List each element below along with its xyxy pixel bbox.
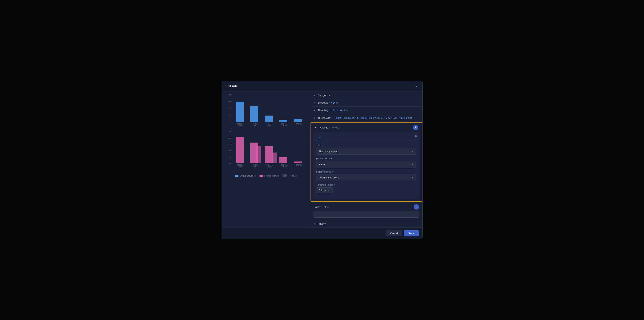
schedule-row[interactable]: ► Schedule * = 15m (310, 99, 422, 107)
svg-rect-22 (272, 152, 276, 163)
throttling-label: Throttling * (318, 109, 330, 112)
modal-title: Edit rule (226, 85, 238, 88)
actions-header-left: ▼ Actions * = rest (314, 126, 338, 129)
actions-header[interactable]: ▼ Actions * = rest + (311, 122, 422, 132)
actions-value: = rest (332, 126, 338, 129)
svg-rect-24 (294, 162, 302, 163)
pink-x-label-1: 172.16....443 (237, 164, 244, 168)
instance-name-chevron: ▼ (412, 176, 414, 179)
pink-y-label-1800: 1800 (225, 131, 232, 133)
legend-blue: Unique Server IPs (235, 175, 256, 177)
type-select-value: Third party system (319, 150, 339, 153)
action-tab-rest[interactable]: rest (316, 135, 322, 141)
pink-chart-container: 1800 1500 1200 900 600 300 0 (225, 132, 307, 170)
blue-y-label-300: 300 (225, 107, 232, 109)
legend-all-badge[interactable]: All (282, 174, 288, 177)
action-tab-bar: rest (316, 135, 416, 141)
legend-pink-dot (260, 175, 263, 177)
blue-x-label-4: 172.16....4500 (281, 123, 288, 127)
blue-x-label-2: 172.16....80 (252, 123, 259, 127)
legend-pink-label: Count Sessions (264, 175, 279, 177)
instance-name-group: Instance name * external rest client ▼ (316, 171, 416, 181)
pink-chart-area: 1800 1500 1200 900 600 300 0 (225, 132, 307, 170)
custom-fields-label: Custom fields (314, 206, 328, 209)
pink-x-label-4: 172.16....4500 (281, 164, 288, 168)
instance-name-select[interactable]: external rest client ▼ (316, 174, 416, 181)
svg-rect-7 (250, 106, 258, 122)
add-custom-field-button[interactable]: + (414, 204, 419, 210)
blue-y-label-0: 0 (225, 128, 232, 130)
pink-chart-svg (233, 132, 307, 163)
legend-blue-dot (235, 175, 238, 177)
throttling-chevron: ► (314, 109, 316, 112)
save-button[interactable]: Save (404, 230, 418, 236)
type-select[interactable]: Third party system ▼ (316, 148, 416, 155)
throttling-row[interactable]: ► Throttling * = 1 minutes for (310, 107, 422, 114)
threshold-levels-group: Threshold levels * Critical ▼ (316, 184, 416, 193)
privacy-row[interactable]: ► Privacy (310, 220, 422, 228)
privacy-label: Privacy (318, 222, 326, 225)
blue-x-labels: 172.16....443 172.16....80 172.16....808… (233, 123, 307, 127)
blue-chart-svg (233, 94, 307, 122)
type-group: Type * Third party system ▼ (316, 144, 416, 155)
categories-label: Categories (318, 94, 330, 97)
thresholds-label: Thresholds * (318, 116, 332, 119)
pink-y-label-300: 300 (225, 162, 232, 164)
blue-x-label-1: 172.16....443 (237, 123, 244, 127)
privacy-chevron: ► (314, 223, 316, 225)
external-system-chevron: ▼ (412, 163, 414, 166)
pink-y-label-600: 600 (225, 156, 232, 158)
blue-x-label-5: 172.16....53 (296, 123, 303, 127)
modal-footer: Cancel Save (222, 228, 422, 239)
blue-y-label-500: 500 (225, 93, 232, 95)
svg-rect-20 (256, 146, 261, 163)
legend-pink: Count Sessions (260, 175, 279, 177)
pink-x-label-3: 172.16....8080 (266, 164, 274, 168)
threshold-levels-label: Threshold levels * (316, 184, 416, 186)
delete-action-button[interactable]: 🗑 (415, 134, 418, 137)
external-system-select[interactable]: REST ▼ (316, 161, 416, 168)
legend-row: Unique Server IPs Count Sessions All Inv (225, 174, 307, 177)
external-system-group: External system * REST ▼ (316, 157, 416, 168)
blue-y-label-400: 400 (225, 100, 232, 102)
custom-fields-section: Custom fields + (310, 202, 422, 220)
blue-x-label-3: 172.16....8080 (266, 123, 274, 127)
thresholds-value: = Critical: Sum Bytes > 3G; Major: Sum B… (333, 117, 412, 119)
pink-x-label-2: 172.16....80 (252, 164, 259, 168)
instance-name-value: external rest client (319, 176, 339, 179)
instance-name-label: Instance name * (316, 171, 416, 173)
external-system-value: REST (319, 163, 325, 166)
actions-label: Actions * (320, 126, 330, 129)
actions-section: ▼ Actions * = rest + 🗑 r (310, 122, 422, 202)
threshold-levels-value: Critical (319, 189, 326, 192)
edit-rule-modal: Edit rule × 500 400 300 200 100 0 (222, 81, 423, 239)
throttling-value: = 1 minutes for (331, 109, 347, 112)
threshold-tag-chevron: ▼ (328, 189, 330, 192)
right-panel: ► Categories ► Schedule * = 15m ► Th (310, 91, 422, 228)
action-card: 🗑 rest Type * Third party system (313, 132, 419, 199)
threshold-levels-tag[interactable]: Critical ▼ (316, 187, 333, 193)
blue-y-label-100: 100 (225, 121, 232, 123)
schedule-label: Schedule * (318, 101, 330, 104)
thresholds-row[interactable]: ► Thresholds * = Critical: Sum Bytes > 3… (310, 114, 422, 122)
cancel-button[interactable]: Cancel (386, 230, 402, 236)
modal-body: 500 400 300 200 100 0 (222, 91, 422, 228)
pink-x-label-5: 172.16....53 (296, 164, 303, 168)
svg-rect-8 (264, 115, 272, 122)
close-button[interactable]: × (414, 84, 419, 89)
external-system-label: External system * (316, 157, 416, 160)
categories-row[interactable]: ► Categories (310, 91, 422, 99)
custom-fields-input[interactable] (314, 211, 419, 218)
svg-rect-21 (264, 146, 272, 163)
svg-rect-10 (294, 119, 302, 122)
svg-rect-18 (236, 137, 244, 163)
legend-inv-badge[interactable]: Inv (290, 174, 297, 177)
add-action-button[interactable]: + (413, 125, 418, 130)
blue-chart-container: 500 400 300 200 100 0 (225, 94, 307, 129)
modal-overlay: Edit rule × 500 400 300 200 100 0 (0, 0, 644, 320)
pink-y-label-1500: 1500 (225, 137, 232, 139)
blue-y-label-200: 200 (225, 114, 232, 116)
pink-y-label-1200: 1200 (225, 143, 232, 145)
modal-header: Edit rule × (222, 81, 422, 91)
thresholds-chevron: ► (314, 117, 316, 119)
